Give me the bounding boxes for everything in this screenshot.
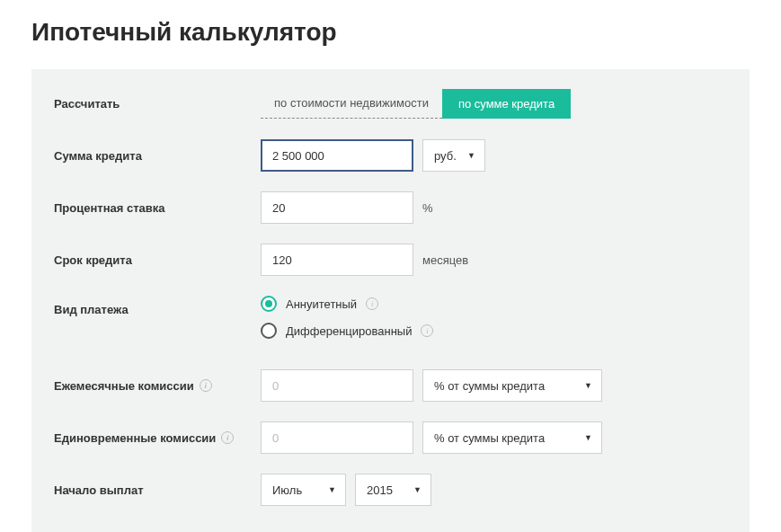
- info-icon[interactable]: i: [421, 324, 433, 337]
- loan-amount-input[interactable]: [261, 139, 413, 172]
- radio-icon: [261, 296, 277, 312]
- info-icon[interactable]: i: [200, 379, 212, 392]
- payment-type-label: Вид платежа: [54, 296, 261, 316]
- monthly-commission-input[interactable]: [261, 369, 413, 402]
- page-title: Ипотечный калькулятор: [31, 18, 750, 47]
- info-icon[interactable]: i: [366, 297, 378, 310]
- monthly-commission-label: Ежемесячные комиссии i: [54, 379, 261, 393]
- radio-annuity[interactable]: Аннуитетный i: [261, 296, 433, 312]
- calculator-form: Рассчитать по стоимости недвижимости по …: [31, 69, 750, 532]
- onetime-commission-input[interactable]: [261, 421, 413, 454]
- loan-amount-label: Сумма кредита: [54, 149, 261, 163]
- percent-unit: %: [422, 201, 433, 215]
- radio-differentiated[interactable]: Дифференцированный i: [261, 323, 433, 339]
- start-year-select[interactable]: 2015: [355, 474, 431, 506]
- calculate-by-label: Рассчитать: [54, 97, 261, 111]
- onetime-commission-label: Единовременные комиссии i: [54, 431, 261, 445]
- start-payment-label: Начало выплат: [54, 483, 261, 497]
- tab-by-property[interactable]: по стоимости недвижимости: [261, 89, 442, 119]
- loan-term-label: Срок кредита: [54, 253, 261, 267]
- info-icon[interactable]: i: [221, 431, 234, 444]
- currency-select[interactable]: руб.: [422, 139, 485, 172]
- months-unit: месяцев: [422, 253, 468, 267]
- interest-rate-input[interactable]: [261, 191, 413, 224]
- onetime-commission-type-select[interactable]: % от суммы кредита: [422, 421, 602, 454]
- start-month-select[interactable]: Июль: [261, 474, 346, 506]
- tab-by-loan[interactable]: по сумме кредита: [442, 89, 571, 119]
- radio-icon: [261, 323, 277, 339]
- loan-term-input[interactable]: [261, 244, 413, 276]
- interest-rate-label: Процентная ставка: [54, 201, 261, 215]
- monthly-commission-type-select[interactable]: % от суммы кредита: [422, 369, 602, 402]
